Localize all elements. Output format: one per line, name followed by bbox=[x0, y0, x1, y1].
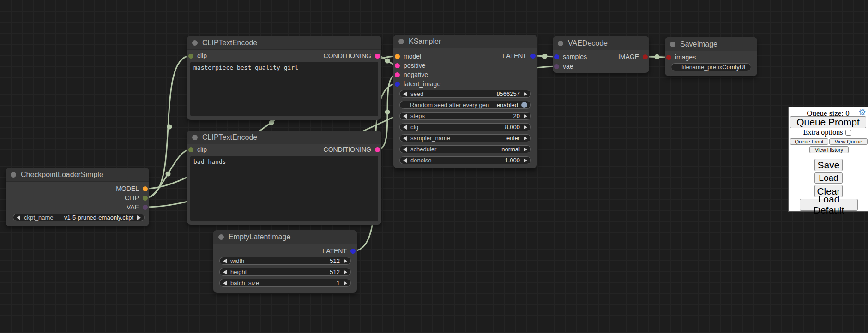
increment-arrow-icon[interactable] bbox=[524, 147, 527, 152]
latent-slot-dot[interactable] bbox=[554, 54, 559, 59]
denoise-widget[interactable]: denoise 1.000 bbox=[399, 156, 531, 164]
decrement-arrow-icon[interactable] bbox=[17, 215, 20, 220]
width-widget[interactable]: width 512 bbox=[219, 257, 351, 265]
scheduler-widget[interactable]: scheduler normal bbox=[399, 145, 531, 153]
model-slot-dot[interactable] bbox=[395, 54, 400, 59]
increment-arrow-icon[interactable] bbox=[524, 125, 527, 130]
collapse-dot-icon[interactable] bbox=[398, 39, 404, 44]
node-title-bar[interactable]: CLIPTextEncode bbox=[187, 131, 381, 144]
decrement-arrow-icon[interactable] bbox=[403, 92, 407, 96]
toggle-on-icon[interactable] bbox=[521, 102, 527, 108]
decrement-arrow-icon[interactable] bbox=[403, 114, 407, 119]
collapse-dot-icon[interactable] bbox=[192, 40, 198, 46]
output-slot-model[interactable]: MODEL bbox=[116, 185, 148, 192]
input-slot-positive[interactable]: positive bbox=[395, 62, 425, 69]
input-slot-clip[interactable]: clip bbox=[188, 52, 207, 59]
node-title-bar[interactable]: CheckpointLoaderSimple bbox=[6, 168, 149, 182]
seed-widget[interactable]: seed 8566257 bbox=[399, 90, 531, 98]
queue-prompt-button[interactable]: Queue Prompt bbox=[790, 116, 866, 128]
latent-slot-dot[interactable] bbox=[530, 54, 536, 59]
extra-options-checkbox[interactable] bbox=[845, 130, 851, 136]
node-clip-text-encode-negative[interactable]: CLIPTextEncode clip CONDITIONING bad han… bbox=[187, 131, 381, 225]
decrement-arrow-icon[interactable] bbox=[403, 158, 407, 163]
node-empty-latent-image[interactable]: EmptyLatentImage LATENT width 512 height… bbox=[213, 230, 357, 293]
vae-slot-dot[interactable] bbox=[554, 64, 559, 69]
load-default-button[interactable]: Load Default bbox=[800, 199, 858, 211]
image-slot-dot[interactable] bbox=[666, 55, 671, 60]
conditioning-slot-dot[interactable] bbox=[375, 54, 380, 59]
decrement-arrow-icon[interactable] bbox=[223, 259, 227, 263]
vae-slot-dot[interactable] bbox=[143, 205, 148, 210]
cfg-widget[interactable]: cfg 8.000 bbox=[399, 123, 531, 131]
queue-front-button[interactable]: Queue Front bbox=[790, 138, 828, 145]
increment-arrow-icon[interactable] bbox=[137, 215, 141, 220]
input-slot-negative[interactable]: negative bbox=[395, 71, 428, 78]
prompt-textarea[interactable]: bad hands bbox=[190, 156, 378, 221]
image-slot-dot[interactable] bbox=[643, 54, 648, 59]
ckpt-name-widget[interactable]: ckpt_name v1-5-pruned-emaonly.ckpt bbox=[13, 214, 145, 221]
collapse-dot-icon[interactable] bbox=[11, 172, 16, 178]
input-slot-samples[interactable]: samples bbox=[554, 53, 587, 60]
increment-arrow-icon[interactable] bbox=[344, 281, 347, 285]
prompt-textarea[interactable]: masterpiece best quality girl bbox=[190, 62, 378, 116]
clip-slot-dot[interactable] bbox=[188, 147, 193, 152]
clip-slot-dot[interactable] bbox=[143, 196, 148, 201]
input-slot-clip[interactable]: clip bbox=[188, 146, 207, 153]
model-slot-dot[interactable] bbox=[143, 186, 148, 191]
node-checkpoint-loader[interactable]: CheckpointLoaderSimple MODEL CLIP VAE ck… bbox=[6, 168, 149, 226]
latent-slot-dot[interactable] bbox=[395, 82, 400, 87]
node-title: CLIPTextEncode bbox=[202, 39, 257, 47]
collapse-dot-icon[interactable] bbox=[670, 42, 675, 47]
collapse-dot-icon[interactable] bbox=[558, 41, 563, 46]
latent-slot-dot[interactable] bbox=[350, 249, 356, 254]
collapse-dot-icon[interactable] bbox=[218, 234, 224, 240]
conditioning-slot-dot[interactable] bbox=[375, 147, 380, 152]
input-slot-images[interactable]: images bbox=[666, 54, 696, 61]
increment-arrow-icon[interactable] bbox=[344, 270, 347, 274]
decrement-arrow-icon[interactable] bbox=[223, 281, 227, 285]
view-queue-button[interactable]: View Queue bbox=[829, 138, 868, 145]
filename-prefix-widget[interactable]: filename_prefix ComfyUI bbox=[671, 63, 751, 71]
save-button[interactable]: Save bbox=[814, 159, 843, 171]
sampler-name-widget[interactable]: sampler_name euler bbox=[399, 134, 531, 142]
increment-arrow-icon[interactable] bbox=[344, 259, 347, 263]
view-history-button[interactable]: View History bbox=[809, 146, 849, 153]
increment-arrow-icon[interactable] bbox=[524, 158, 527, 163]
decrement-arrow-icon[interactable] bbox=[403, 147, 407, 152]
input-slot-vae[interactable]: vae bbox=[554, 63, 573, 70]
node-title-bar[interactable]: CLIPTextEncode bbox=[187, 36, 381, 50]
node-title-bar[interactable]: EmptyLatentImage bbox=[213, 230, 357, 244]
output-slot-latent[interactable]: LATENT bbox=[322, 247, 356, 255]
output-slot-conditioning[interactable]: CONDITIONING bbox=[324, 146, 380, 153]
decrement-arrow-icon[interactable] bbox=[403, 136, 407, 141]
node-vae-decode[interactable]: VAEDecode samples vae IMAGE bbox=[553, 36, 649, 73]
input-slot-model[interactable]: model bbox=[395, 53, 421, 60]
random-seed-toggle-widget[interactable]: Random seed after every gen enabled bbox=[399, 101, 531, 109]
conditioning-slot-dot[interactable] bbox=[395, 72, 400, 77]
output-slot-vae[interactable]: VAE bbox=[127, 203, 148, 211]
output-slot-image[interactable]: IMAGE bbox=[618, 53, 648, 60]
increment-arrow-icon[interactable] bbox=[524, 136, 527, 141]
output-slot-latent[interactable]: LATENT bbox=[502, 52, 536, 59]
increment-arrow-icon[interactable] bbox=[524, 114, 527, 119]
steps-widget[interactable]: steps 20 bbox=[399, 112, 531, 120]
output-slot-conditioning[interactable]: CONDITIONING bbox=[324, 52, 380, 59]
batch-size-widget[interactable]: batch_size 1 bbox=[219, 279, 351, 287]
decrement-arrow-icon[interactable] bbox=[403, 125, 407, 130]
node-save-image[interactable]: SaveImage images filename_prefix ComfyUI bbox=[665, 37, 757, 76]
decrement-arrow-icon[interactable] bbox=[223, 270, 227, 274]
clip-slot-dot[interactable] bbox=[188, 54, 193, 59]
node-clip-text-encode-positive[interactable]: CLIPTextEncode clip CONDITIONING masterp… bbox=[187, 36, 381, 120]
collapse-dot-icon[interactable] bbox=[192, 135, 198, 140]
node-title-bar[interactable]: VAEDecode bbox=[553, 36, 649, 50]
node-title-bar[interactable]: KSampler bbox=[393, 35, 537, 48]
output-slot-clip[interactable]: CLIP bbox=[125, 194, 148, 202]
height-widget[interactable]: height 512 bbox=[219, 268, 351, 276]
settings-gear-icon[interactable]: ⚙ bbox=[858, 108, 866, 117]
increment-arrow-icon[interactable] bbox=[524, 92, 527, 96]
load-button[interactable]: Load bbox=[814, 172, 843, 184]
node-title-bar[interactable]: SaveImage bbox=[665, 37, 757, 51]
node-ksampler[interactable]: KSampler model positive negative latent_… bbox=[393, 35, 537, 168]
input-slot-latent-image[interactable]: latent_image bbox=[395, 80, 440, 88]
conditioning-slot-dot[interactable] bbox=[395, 63, 400, 68]
